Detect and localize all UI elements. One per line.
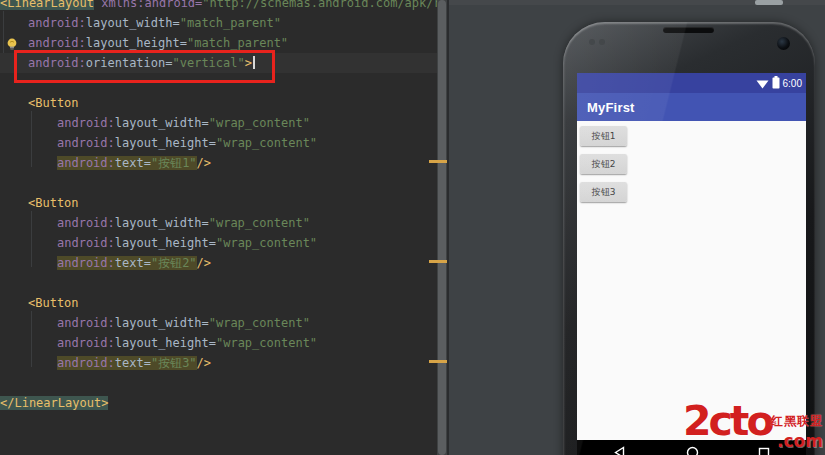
code-line[interactable]: android:orientation="vertical"> — [0, 53, 437, 73]
status-time: 6:00 — [783, 78, 802, 89]
code-token: "http://schemas.android.com/apk/res/ — [202, 0, 437, 10]
code-token: "按钮3" — [151, 356, 197, 370]
battery-icon — [772, 74, 780, 93]
code-line[interactable]: <Button — [0, 293, 437, 313]
code-token: "wrap_content" — [209, 116, 310, 130]
code-token: "按钮1" — [151, 156, 197, 170]
code-line[interactable] — [0, 273, 437, 293]
code-line[interactable] — [0, 173, 437, 193]
code-line[interactable]: </LinearLayout> — [0, 393, 437, 413]
code-token: android: — [57, 336, 115, 350]
action-bar: MyFirst — [577, 93, 806, 121]
sensor-dot — [599, 39, 605, 45]
preview-panel: 6:00 MyFirst 按钮1按钮2按钮3 — [447, 0, 825, 455]
code-token: android: — [28, 56, 86, 70]
code-line[interactable] — [0, 73, 437, 93]
code-line[interactable]: android:layout_height="wrap_content" — [0, 133, 437, 153]
code-token: android: — [57, 256, 115, 270]
code-token: text= — [115, 156, 151, 170]
code-token: android: — [57, 216, 115, 230]
app-title: MyFirst — [587, 100, 635, 115]
code-line[interactable]: android:layout_width="wrap_content" — [0, 213, 437, 233]
code-token: android: — [57, 316, 115, 330]
code-token: </LinearLayout> — [0, 396, 108, 410]
code-token: layout_height= — [115, 336, 216, 350]
code-token: /> — [197, 356, 211, 370]
code-token: <Button — [28, 196, 79, 210]
error-stripe-mark[interactable] — [429, 260, 447, 263]
code-token: /> — [197, 156, 211, 170]
home-icon[interactable] — [686, 444, 699, 455]
code-token: "按钮2" — [151, 256, 197, 270]
code-token: android: — [28, 16, 86, 30]
code-line[interactable] — [0, 373, 437, 393]
emulator-phone: 6:00 MyFirst 按钮1按钮2按钮3 — [563, 22, 815, 455]
code-token: text= — [115, 356, 151, 370]
code-token: android: — [28, 36, 86, 50]
app-button[interactable]: 按钮2 — [580, 154, 627, 174]
code-token: <Button — [28, 296, 79, 310]
code-token: layout_width= — [86, 16, 180, 30]
code-token: layout_height= — [86, 36, 187, 50]
editor-scrollbar[interactable] — [437, 0, 447, 455]
error-stripe-mark[interactable] — [429, 160, 447, 163]
sensor-dot — [589, 39, 595, 45]
code-token: text= — [115, 256, 151, 270]
code-line[interactable]: android:layout_height="wrap_content" — [0, 233, 437, 253]
android-studio-window: <LinearLayout xmlns:android="http://sche… — [0, 0, 825, 455]
panel-scrollbar-thumb[interactable] — [755, 0, 783, 5]
code-token: android: — [57, 236, 115, 250]
code-line[interactable]: <Button — [0, 193, 437, 213]
code-line[interactable]: android:text="按钮3"/> — [0, 353, 437, 373]
code-token: "match_parent" — [187, 36, 288, 50]
code-line[interactable]: android:layout_width="wrap_content" — [0, 313, 437, 333]
scrollbar-thumb[interactable] — [438, 0, 446, 455]
code-token: <Button — [28, 96, 79, 110]
code-token: "wrap_content" — [216, 336, 317, 350]
lightbulb-icon[interactable] — [5, 36, 19, 50]
app-button[interactable]: 按钮1 — [580, 126, 627, 146]
code-line[interactable]: android:layout_height="match_parent" — [0, 33, 437, 53]
text-caret — [253, 56, 255, 69]
status-bar: 6:00 — [577, 73, 806, 93]
code-token: android: — [57, 356, 115, 370]
code-token: layout_height= — [115, 136, 216, 150]
code-line[interactable]: android:layout_width="wrap_content" — [0, 113, 437, 133]
code-editor[interactable]: <LinearLayout xmlns:android="http://sche… — [0, 0, 437, 455]
code-token: android: — [57, 116, 115, 130]
code-line[interactable]: android:layout_height="wrap_content" — [0, 333, 437, 353]
code-token: android: — [57, 156, 115, 170]
code-token: layout_width= — [115, 116, 209, 130]
code-token: "wrap_content" — [209, 216, 310, 230]
error-stripe-mark[interactable] — [429, 360, 447, 363]
code-token: "wrap_content" — [209, 316, 310, 330]
speaker-grille — [663, 27, 714, 33]
code-line[interactable]: android:layout_width="match_parent" — [0, 13, 437, 33]
code-token: "wrap_content" — [216, 136, 317, 150]
code-token: android: — [57, 136, 115, 150]
code-line[interactable]: android:text="按钮1"/> — [0, 153, 437, 173]
phone-screen: 6:00 MyFirst 按钮1按钮2按钮3 — [577, 73, 806, 455]
recents-icon[interactable] — [758, 444, 770, 455]
code-token: /> — [197, 256, 211, 270]
front-camera — [777, 37, 790, 50]
code-token: layout_width= — [115, 216, 209, 230]
navigation-bar — [577, 440, 806, 455]
code-token: xmlns:android= — [101, 0, 202, 10]
app-content: 按钮1按钮2按钮3 — [577, 121, 806, 202]
app-button[interactable]: 按钮3 — [580, 182, 627, 202]
code-line[interactable]: android:text="按钮2"/> — [0, 253, 437, 273]
code-token: "match_parent" — [180, 16, 281, 30]
code-line[interactable]: <LinearLayout xmlns:android="http://sche… — [0, 0, 437, 13]
code-token: "vertical" — [173, 56, 245, 70]
code-token: layout_width= — [115, 316, 209, 330]
code-token: orientation= — [86, 56, 173, 70]
code-token: <LinearLayout — [0, 0, 94, 10]
code-token: > — [245, 56, 252, 70]
wifi-icon — [756, 74, 769, 93]
code-token: "wrap_content" — [216, 236, 317, 250]
back-icon[interactable] — [613, 444, 626, 455]
code-token: layout_height= — [115, 236, 216, 250]
code-line[interactable]: <Button — [0, 93, 437, 113]
